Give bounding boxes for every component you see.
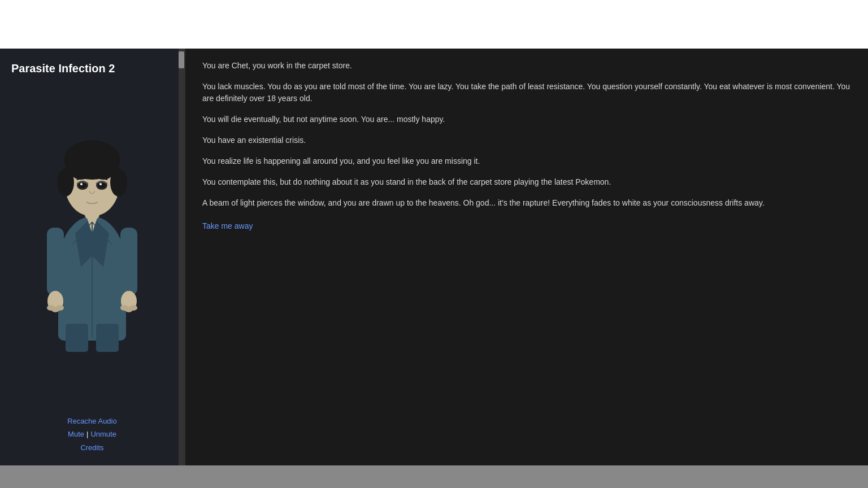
bottom-controls: Recache Audio Mute | Unmute Credits xyxy=(0,415,184,465)
svg-rect-36 xyxy=(66,324,88,352)
svg-point-25 xyxy=(57,168,74,197)
recache-audio-link[interactable]: Recache Audio xyxy=(0,415,184,428)
credits-link[interactable]: Credits xyxy=(0,441,184,454)
svg-rect-37 xyxy=(96,324,119,352)
svg-point-31 xyxy=(98,182,106,188)
story-paragraph-6: You contemplate this, but do nothing abo… xyxy=(202,176,851,188)
game-title: Parasite Infection 2 xyxy=(0,62,115,75)
top-bar xyxy=(0,0,868,49)
svg-point-29 xyxy=(80,183,83,185)
svg-point-14 xyxy=(129,305,137,311)
story-paragraph-5: You realize life is happening all around… xyxy=(202,155,851,167)
story-paragraph-4: You have an existential crisis. xyxy=(202,134,851,146)
story-paragraph-7: A beam of light pierces the window, and … xyxy=(202,197,851,209)
svg-point-9 xyxy=(56,305,64,311)
bottom-bar xyxy=(0,465,868,488)
svg-rect-10 xyxy=(120,228,137,295)
story-paragraph-2: You lack muscles. You do as you are told… xyxy=(202,81,851,104)
unmute-link[interactable]: Unmute xyxy=(90,428,116,441)
story-paragraph-1: You are Chet, you work in the carpet sto… xyxy=(202,60,851,72)
svg-point-28 xyxy=(79,182,86,188)
mute-link[interactable]: Mute xyxy=(68,428,84,441)
mute-unmute-line: Mute | Unmute xyxy=(0,428,184,441)
left-panel: Parasite Infection 2 xyxy=(0,49,185,465)
svg-rect-5 xyxy=(47,228,64,295)
main-container: Parasite Infection 2 xyxy=(0,49,868,465)
story-paragraph-3: You will die eventually, but not anytime… xyxy=(202,114,851,125)
svg-point-26 xyxy=(110,168,127,197)
scrollbar[interactable] xyxy=(179,49,184,465)
scrollbar-thumb[interactable] xyxy=(179,51,184,68)
mute-separator: | xyxy=(86,428,88,441)
character-image xyxy=(16,86,168,358)
right-panel: You are Chet, you work in the carpet sto… xyxy=(185,49,868,465)
take-me-away-link[interactable]: Take me away xyxy=(202,221,253,230)
svg-point-32 xyxy=(99,183,102,185)
